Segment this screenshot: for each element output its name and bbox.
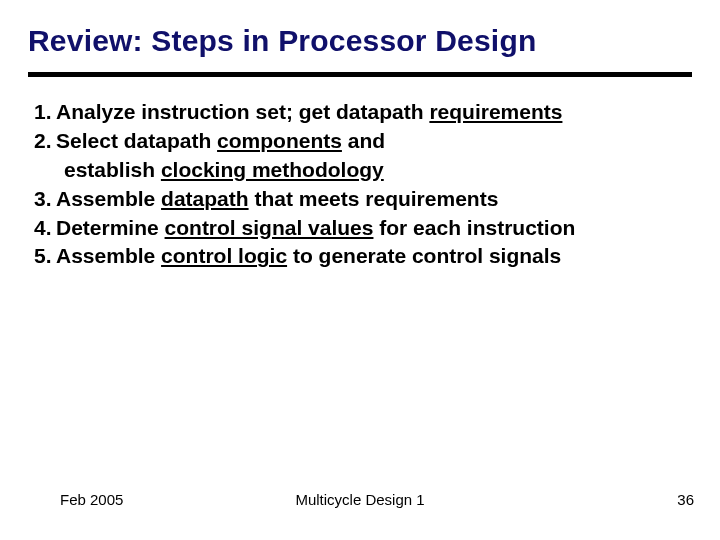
steps-list: 1. Analyze instruction set; get datapath… xyxy=(28,99,692,270)
item-number: 4. xyxy=(34,215,56,242)
title-divider xyxy=(28,72,692,77)
item-number: 3. xyxy=(34,186,56,213)
slide-footer: Feb 2005 Multicycle Design 1 36 xyxy=(0,491,720,508)
list-item: 4. Determine control signal values for e… xyxy=(34,215,692,242)
underlined-term: clocking methodology xyxy=(161,158,384,181)
list-item: 3. Assemble datapath that meets requirem… xyxy=(34,186,692,213)
item-number: 2. xyxy=(34,128,56,155)
list-item: 2. Select datapath components and xyxy=(34,128,692,155)
list-item: establish clocking methodology xyxy=(34,157,692,184)
underlined-term: control signal values xyxy=(165,216,374,239)
underlined-term: requirements xyxy=(429,100,562,123)
list-item: 5. Assemble control logic to generate co… xyxy=(34,243,692,270)
underlined-term: datapath xyxy=(161,187,249,210)
slide: Review: Steps in Processor Design 1. Ana… xyxy=(0,0,720,540)
footer-date: Feb 2005 xyxy=(60,491,123,508)
footer-title: Multicycle Design 1 xyxy=(295,491,424,508)
slide-title: Review: Steps in Processor Design xyxy=(28,24,692,58)
item-number: 1. xyxy=(34,99,56,126)
item-number: 5. xyxy=(34,243,56,270)
list-item: 1. Analyze instruction set; get datapath… xyxy=(34,99,692,126)
underlined-term: control logic xyxy=(161,244,287,267)
underlined-term: components xyxy=(217,129,342,152)
footer-page-number: 36 xyxy=(677,491,694,508)
